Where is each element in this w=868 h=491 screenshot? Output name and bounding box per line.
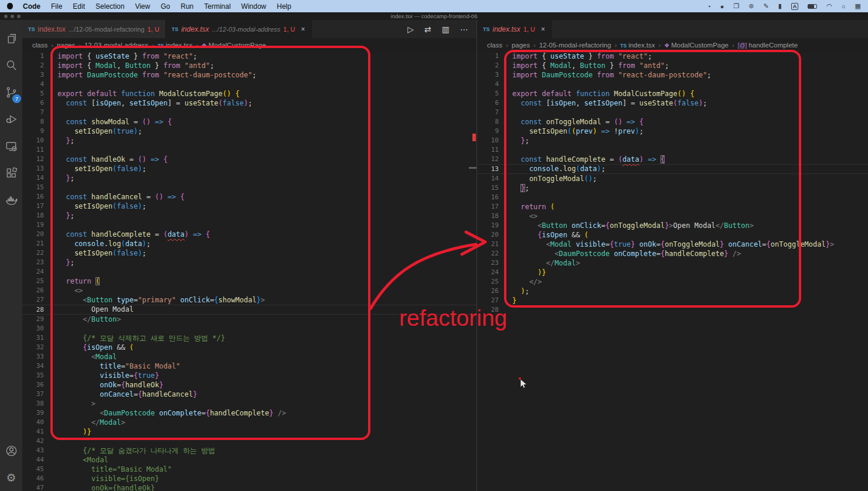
- code-line-21[interactable]: 21 console.log(data);: [22, 239, 476, 248]
- input-source-icon[interactable]: A: [791, 3, 799, 10]
- code-line-27[interactable]: 27}: [477, 296, 868, 305]
- breadcrumb-item-12-03-modal-address[interactable]: 12-03-modal-address: [84, 42, 148, 49]
- menu-item-view[interactable]: View: [135, 2, 150, 11]
- code-line-39[interactable]: 39 <DaumPostcode onComplete={handleCompl…: [22, 408, 476, 418]
- close-icon[interactable]: ×: [301, 25, 305, 33]
- code-line-11[interactable]: 11: [477, 145, 868, 155]
- breadcrumb-item-indextsx[interactable]: TSindex.tsx: [158, 42, 192, 49]
- code-line-11[interactable]: 11: [22, 145, 476, 155]
- code-line-6[interactable]: 6 const [isOpen, setIsOpen] = useState(f…: [22, 98, 476, 108]
- run-button[interactable]: ▷: [407, 25, 414, 34]
- screen-time-icon[interactable]: ◔: [707, 3, 711, 10]
- run-debug-icon[interactable]: [0, 105, 22, 132]
- code-editor-right[interactable]: 1import { useState } from "react";2impor…: [477, 52, 868, 491]
- menu-item-help[interactable]: Help: [277, 2, 291, 11]
- mic-icon[interactable]: ●: [720, 3, 724, 10]
- code-line-27[interactable]: 27 <Button type="primary" onClick={showM…: [22, 295, 476, 305]
- code-line-14[interactable]: 14 };: [22, 173, 476, 183]
- breadcrumb-item-pages[interactable]: pages: [57, 42, 75, 49]
- code-line-20[interactable]: 20 const handleComplete = (data) => {: [22, 230, 476, 239]
- code-line-5[interactable]: 5export default function ModalCustomPage…: [477, 89, 868, 98]
- battery-icon[interactable]: [808, 4, 817, 9]
- code-line-9[interactable]: 9 setIsOpen(true);: [22, 127, 476, 136]
- window-manager-icon[interactable]: ▮: [778, 2, 782, 10]
- code-line-10[interactable]: 10 };: [477, 136, 868, 145]
- code-line-13[interactable]: 13 console.log(data);: [477, 164, 868, 174]
- code-line-17[interactable]: 17 return (: [477, 202, 868, 212]
- open-changes-button[interactable]: ⇄: [424, 25, 431, 34]
- code-line-47[interactable]: 47 onOk={handleOk}: [22, 483, 476, 491]
- code-line-26[interactable]: 26 <>: [22, 286, 476, 295]
- code-line-36[interactable]: 36 onOk={handleOk}: [22, 380, 476, 390]
- breadcrumb-item-handleComplete[interactable]: [@]handleComplete: [738, 42, 798, 49]
- code-line-8[interactable]: 8 const showModal = () => {: [22, 117, 476, 127]
- account-icon[interactable]: [0, 437, 22, 464]
- code-line-31[interactable]: 31 {/* 모달 삭제하고 새로 만드는 방법 */}: [22, 333, 476, 343]
- code-line-12[interactable]: 12 const handleComplete = (data) => {: [477, 155, 868, 164]
- code-line-7[interactable]: 7: [22, 108, 476, 117]
- menu-item-window[interactable]: Window: [241, 2, 267, 11]
- code-line-6[interactable]: 6 const [isOpen, setIsOpen] = useState(f…: [477, 98, 868, 108]
- code-line-20[interactable]: 20 {isOpen && (: [477, 230, 868, 240]
- code-line-42[interactable]: 42: [22, 437, 476, 446]
- code-line-5[interactable]: 5export default function ModalCustomPage…: [22, 89, 476, 98]
- code-line-44[interactable]: 44 <Modal: [22, 455, 476, 465]
- code-line-26[interactable]: 26 );: [477, 287, 868, 296]
- code-line-2[interactable]: 2import { Modal, Button } from "antd";: [477, 61, 868, 70]
- sidecar-icon[interactable]: ✎: [764, 2, 769, 10]
- tab-index.tsx[interactable]: TSindex.tsx1, U×: [477, 20, 552, 38]
- breadcrumb-item-class[interactable]: class: [487, 42, 502, 49]
- code-line-19[interactable]: 19: [22, 220, 476, 230]
- code-line-4[interactable]: 4: [22, 80, 476, 89]
- docker-menu-icon[interactable]: ⊛: [748, 2, 754, 10]
- code-line-15[interactable]: 15 };: [477, 183, 868, 193]
- menu-item-go[interactable]: Go: [161, 2, 170, 11]
- code-line-22[interactable]: 22 <DaumPostcode onComplete={handleCompl…: [477, 249, 868, 258]
- breadcrumb-item-class[interactable]: class: [32, 42, 47, 49]
- code-line-30[interactable]: 30: [22, 324, 476, 333]
- code-line-29[interactable]: 29 </Button>: [22, 315, 476, 324]
- code-line-45[interactable]: 45 title="Basic Modal": [22, 465, 476, 474]
- code-line-3[interactable]: 3import DaumPostcode from "react-daum-po…: [22, 70, 476, 80]
- code-line-2[interactable]: 2import { Modal, Button } from "antd";: [22, 61, 476, 70]
- code-line-17[interactable]: 17 setIsOpen(false);: [22, 202, 476, 211]
- code-line-37[interactable]: 37 onCancel={handleCancel}: [22, 390, 476, 399]
- code-line-14[interactable]: 14 onToggleModal();: [477, 174, 868, 183]
- code-line-28[interactable]: 28 Open Modal: [22, 305, 476, 315]
- code-line-46[interactable]: 46 visible={isOpen}: [22, 474, 476, 483]
- code-line-18[interactable]: 18 };: [22, 211, 476, 220]
- traffic-light-buttons[interactable]: [4, 15, 21, 18]
- source-control-icon[interactable]: 7: [0, 79, 22, 105]
- code-line-23[interactable]: 23 </Modal>: [477, 258, 868, 268]
- code-editor-left[interactable]: 1import { useState } from "react";2impor…: [22, 52, 476, 491]
- control-center-icon[interactable]: ▦: [855, 2, 861, 10]
- code-line-23[interactable]: 23 };: [22, 258, 476, 267]
- code-line-1[interactable]: 1import { useState } from "react";: [22, 52, 476, 61]
- code-line-12[interactable]: 12 const handleOk = () => {: [22, 155, 476, 164]
- spotlight-icon[interactable]: ○: [842, 3, 846, 10]
- tab-index.tsx-12-05-modal-refactoring[interactable]: TSindex.tsx.../12-05-modal-refactoring1,…: [22, 20, 166, 38]
- code-line-10[interactable]: 10 };: [22, 136, 476, 145]
- breadcrumb-item-indextsx[interactable]: TSindex.tsx: [620, 42, 655, 49]
- tab-index.tsx-12-03-modal-address[interactable]: TSindex.tsx.../12-03-modal-address1, U×: [166, 20, 312, 38]
- settings-gear-icon[interactable]: ⚙: [0, 464, 22, 491]
- code-line-32[interactable]: 32 {isOpen && (: [22, 343, 476, 352]
- split-editor-button[interactable]: ▥: [442, 25, 450, 34]
- breadcrumb-item-pages[interactable]: pages: [512, 42, 530, 49]
- code-line-16[interactable]: 16 const handleCancel = () => {: [22, 192, 476, 202]
- code-line-41[interactable]: 41 )}: [22, 427, 476, 437]
- more-actions-button[interactable]: ⋯: [460, 25, 468, 34]
- code-line-38[interactable]: 38 >: [22, 399, 476, 408]
- close-icon[interactable]: ×: [541, 25, 545, 33]
- menu-item-run[interactable]: Run: [181, 2, 193, 11]
- code-line-3[interactable]: 3import DaumPostcode from "react-daum-po…: [477, 70, 868, 80]
- code-line-18[interactable]: 18 <>: [477, 212, 868, 221]
- code-line-25[interactable]: 25 </>: [477, 277, 868, 287]
- code-line-1[interactable]: 1import { useState } from "react";: [477, 52, 868, 61]
- menu-item-code[interactable]: Code: [23, 2, 40, 11]
- code-line-13[interactable]: 13 setIsOpen(false);: [22, 164, 476, 173]
- menu-item-edit[interactable]: Edit: [73, 2, 85, 11]
- code-line-24[interactable]: 24: [22, 267, 476, 277]
- code-line-15[interactable]: 15: [22, 183, 476, 192]
- stage-manager-icon[interactable]: ❐: [733, 2, 739, 10]
